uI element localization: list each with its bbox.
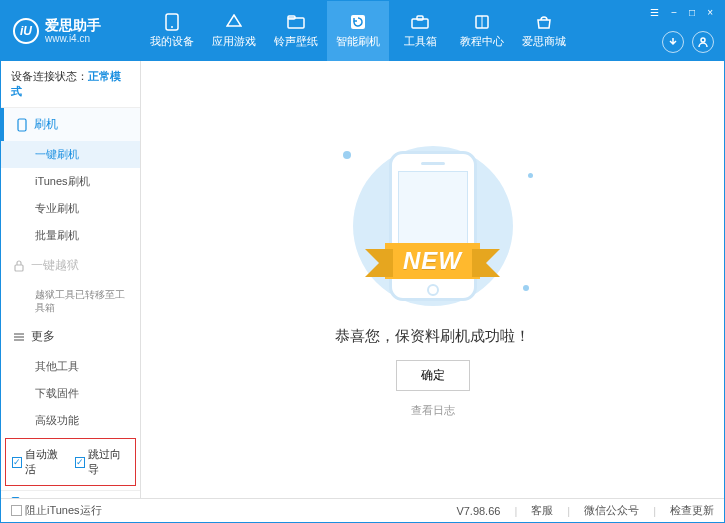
phone-icon [163, 13, 181, 31]
section-more: 更多 其他工具 下载固件 高级功能 [1, 320, 140, 434]
nav-label: 智能刷机 [336, 34, 380, 49]
device-name-text: iPhone 12 mini [24, 498, 102, 499]
nav-shop[interactable]: 爱思商城 [513, 1, 575, 61]
footer-right: V7.98.66 | 客服 | 微信公众号 | 检查更新 [456, 503, 714, 518]
checkbox-icon [11, 505, 22, 516]
section-title: 更多 [31, 328, 55, 345]
separator: | [567, 505, 570, 517]
app-window: iU 爱思助手 www.i4.cn 我的设备 应用游戏 铃声壁纸 智能刷机 [0, 0, 725, 523]
update-link[interactable]: 检查更新 [670, 503, 714, 518]
illustration: NEW [333, 141, 533, 311]
phone-icon [11, 497, 20, 498]
top-nav: 我的设备 应用游戏 铃声壁纸 智能刷机 工具箱 教程中心 [141, 1, 575, 61]
nav-toolbox[interactable]: 工具箱 [389, 1, 451, 61]
wechat-link[interactable]: 微信公众号 [584, 503, 639, 518]
nav-label: 我的设备 [150, 34, 194, 49]
svg-rect-4 [351, 15, 365, 29]
nav-label: 工具箱 [404, 34, 437, 49]
brand-site: www.i4.cn [45, 33, 101, 44]
nav-label: 教程中心 [460, 34, 504, 49]
header-actions [662, 31, 714, 53]
section-title: 一键越狱 [31, 257, 79, 274]
close-button[interactable]: × [704, 5, 716, 20]
device-info: iPhone 12 mini 64GB Down-12mini-13,1 [1, 490, 140, 498]
refresh-icon [349, 13, 367, 31]
new-ribbon: NEW [385, 243, 480, 279]
title-bar: iU 爱思助手 www.i4.cn 我的设备 应用游戏 铃声壁纸 智能刷机 [1, 1, 724, 61]
checkbox-label: 跳过向导 [88, 447, 129, 477]
svg-rect-10 [18, 119, 26, 131]
nav-flash[interactable]: 智能刷机 [327, 1, 389, 61]
svg-rect-11 [15, 265, 23, 271]
shop-icon [535, 13, 553, 31]
section-title: 刷机 [34, 116, 58, 133]
sidebar-item-batch[interactable]: 批量刷机 [1, 222, 140, 249]
nav-ringtones[interactable]: 铃声壁纸 [265, 1, 327, 61]
dot-icon [528, 173, 533, 178]
device-name[interactable]: iPhone 12 mini [11, 497, 130, 498]
dot-icon [523, 285, 529, 291]
sidebar: 设备连接状态：正常模式 刷机 一键刷机 iTunes刷机 专业刷机 批量刷机 一… [1, 61, 141, 498]
svg-rect-15 [12, 498, 20, 499]
nav-label: 铃声壁纸 [274, 34, 318, 49]
check-icon: ✓ [75, 457, 85, 468]
nav-label: 应用游戏 [212, 34, 256, 49]
version-text: V7.98.66 [456, 505, 500, 517]
dot-icon [343, 151, 351, 159]
sidebar-item-download[interactable]: 下载固件 [1, 380, 140, 407]
body: 设备连接状态：正常模式 刷机 一键刷机 iTunes刷机 专业刷机 批量刷机 一… [1, 61, 724, 498]
sidebar-item-itunes[interactable]: iTunes刷机 [1, 168, 140, 195]
nav-tutorial[interactable]: 教程中心 [451, 1, 513, 61]
menu-button[interactable]: ☰ [647, 5, 662, 20]
section-flash: 刷机 一键刷机 iTunes刷机 专业刷机 批量刷机 [1, 108, 140, 249]
brand-name: 爱思助手 [45, 18, 101, 33]
book-icon [473, 13, 491, 31]
phone-icon [16, 119, 28, 131]
account-button[interactable] [692, 31, 714, 53]
view-log-link[interactable]: 查看日志 [411, 403, 455, 418]
section-more-header[interactable]: 更多 [1, 320, 140, 353]
section-jailbreak: 一键越狱 越狱工具已转移至工具箱 [1, 249, 140, 320]
maximize-button[interactable]: □ [686, 5, 698, 20]
sidebar-item-pro[interactable]: 专业刷机 [1, 195, 140, 222]
window-controls: ☰ − □ × [647, 5, 716, 20]
svg-rect-6 [417, 16, 423, 20]
connection-status: 设备连接状态：正常模式 [1, 61, 140, 108]
lock-icon [13, 260, 25, 272]
sidebar-item-advanced[interactable]: 高级功能 [1, 407, 140, 434]
minimize-button[interactable]: − [668, 5, 680, 20]
status-label: 设备连接状态： [11, 70, 88, 82]
nav-label: 爱思商城 [522, 34, 566, 49]
checkbox-block-itunes[interactable]: 阻止iTunes运行 [11, 503, 102, 518]
ribbon-text: NEW [385, 243, 480, 279]
download-button[interactable] [662, 31, 684, 53]
checkbox-skip-guide[interactable]: ✓ 跳过向导 [75, 447, 130, 477]
logo-icon: iU [13, 18, 39, 44]
jailbreak-note: 越狱工具已转移至工具箱 [1, 282, 140, 320]
checkbox-label: 自动激活 [25, 447, 66, 477]
svg-point-9 [701, 38, 705, 42]
apps-icon [225, 13, 243, 31]
separator: | [514, 505, 517, 517]
sidebar-item-other[interactable]: 其他工具 [1, 353, 140, 380]
separator: | [653, 505, 656, 517]
nav-my-device[interactable]: 我的设备 [141, 1, 203, 61]
section-flash-header[interactable]: 刷机 [1, 108, 140, 141]
nav-apps[interactable]: 应用游戏 [203, 1, 265, 61]
svg-point-1 [171, 26, 173, 28]
folder-icon [287, 13, 305, 31]
checkbox-label: 阻止iTunes运行 [25, 503, 102, 518]
success-message: 恭喜您，保资料刷机成功啦！ [335, 327, 530, 346]
status-bar: 阻止iTunes运行 V7.98.66 | 客服 | 微信公众号 | 检查更新 [1, 498, 724, 522]
toolbox-icon [411, 13, 429, 31]
confirm-button[interactable]: 确定 [396, 360, 470, 391]
list-icon [13, 331, 25, 343]
brand: iU 爱思助手 www.i4.cn [1, 18, 141, 44]
options-highlight: ✓ 自动激活 ✓ 跳过向导 [5, 438, 136, 486]
checkbox-auto-activate[interactable]: ✓ 自动激活 [12, 447, 67, 477]
main-content: NEW 恭喜您，保资料刷机成功啦！ 确定 查看日志 [141, 61, 724, 498]
section-jailbreak-header[interactable]: 一键越狱 [1, 249, 140, 282]
sidebar-item-oneclick[interactable]: 一键刷机 [1, 141, 140, 168]
support-link[interactable]: 客服 [531, 503, 553, 518]
check-icon: ✓ [12, 457, 22, 468]
